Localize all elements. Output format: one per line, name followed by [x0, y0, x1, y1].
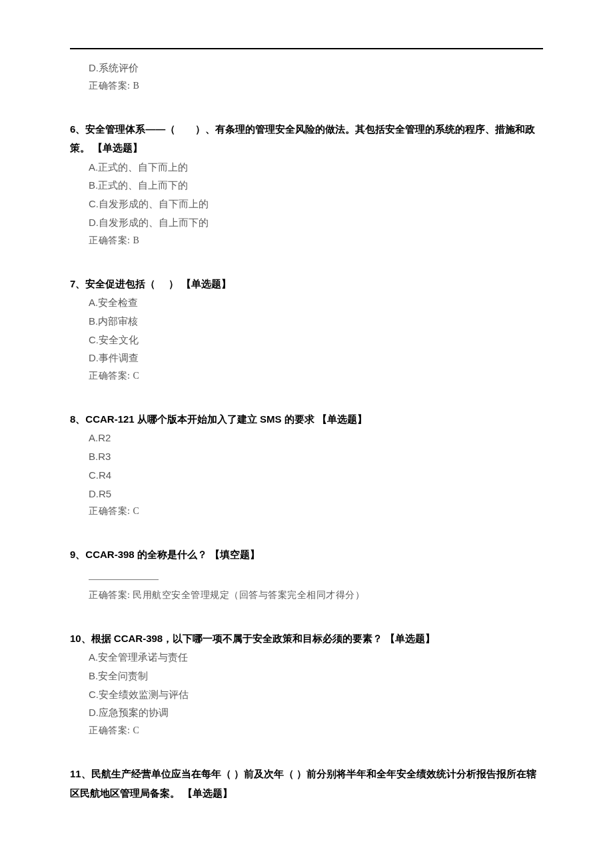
answer-text: 正确答案: B	[70, 232, 543, 249]
question-stem: 6、安全管理体系——（ ）、有条理的管理安全风险的做法。其包括安全管理的系统的程…	[70, 120, 543, 158]
answer-label: 正确答案:	[89, 506, 130, 516]
answer-label: 正确答案:	[89, 235, 130, 245]
option-text: B.正式的、自上而下的	[70, 176, 543, 195]
answer-label: 正确答案:	[89, 81, 130, 91]
question-5-partial: D.系统评价 正确答案: B	[70, 59, 543, 95]
option-text: B.内部审核	[70, 312, 543, 331]
answer-text: 正确答案: C	[70, 503, 543, 520]
question-stem: 10、根据 CCAR-398，以下哪一项不属于安全政策和目标必须的要素？ 【单选…	[70, 629, 543, 649]
option-text: A.安全检查	[70, 293, 543, 312]
option-text: D.R5	[70, 485, 543, 503]
option-text: C.R4	[70, 466, 543, 485]
question-8: 8、CCAR-121 从哪个版本开始加入了建立 SMS 的要求 【单选题】 A.…	[70, 410, 543, 520]
fill-blank-underline	[89, 570, 159, 580]
question-stem: 7、安全促进包括（ ） 【单选题】	[70, 275, 543, 294]
question-stem: 8、CCAR-121 从哪个版本开始加入了建立 SMS 的要求 【单选题】	[70, 410, 543, 429]
answer-value: C	[133, 371, 139, 381]
page-content: D.系统评价 正确答案: B 6、安全管理体系——（ ）、有条理的管理安全风险的…	[0, 0, 613, 829]
question-stem: 11、民航生产经营单位应当在每年（ ）前及次年（ ）前分别将半年和全年安全绩效统…	[70, 765, 543, 803]
answer-value: 民用航空安全管理规定（回答与答案完全相同才得分）	[133, 590, 364, 600]
option-text: A.R2	[70, 429, 543, 447]
question-11: 11、民航生产经营单位应当在每年（ ）前及次年（ ）前分别将半年和全年安全绩效统…	[70, 765, 543, 803]
option-text: B.R3	[70, 447, 543, 466]
answer-value: C	[133, 506, 139, 516]
option-text: D.系统评价	[70, 59, 543, 77]
option-text: D.应急预案的协调	[70, 703, 543, 722]
option-text: A.正式的、自下而上的	[70, 158, 543, 177]
option-text: C.自发形成的、自下而上的	[70, 195, 543, 213]
answer-label: 正确答案:	[89, 725, 130, 735]
answer-text: 正确答案: B	[70, 77, 543, 95]
answer-label: 正确答案:	[89, 590, 130, 600]
option-text: D.自发形成的、自上而下的	[70, 213, 543, 232]
question-6: 6、安全管理体系——（ ）、有条理的管理安全风险的做法。其包括安全管理的系统的程…	[70, 120, 543, 249]
option-text: C.安全绩效监测与评估	[70, 685, 543, 704]
question-7: 7、安全促进包括（ ） 【单选题】 A.安全检查 B.内部审核 C.安全文化 D…	[70, 275, 543, 385]
question-9: 9、CCAR-398 的全称是什么？ 【填空题】 正确答案: 民用航空安全管理规…	[70, 545, 543, 603]
option-text: C.安全文化	[70, 331, 543, 349]
question-10: 10、根据 CCAR-398，以下哪一项不属于安全政策和目标必须的要素？ 【单选…	[70, 629, 543, 739]
option-text: D.事件调查	[70, 349, 543, 367]
answer-value: B	[133, 81, 139, 91]
header-rule	[70, 48, 543, 49]
answer-text: 正确答案: C	[70, 722, 543, 739]
answer-value: C	[133, 725, 139, 735]
answer-text: 正确答案: C	[70, 367, 543, 385]
answer-label: 正确答案:	[89, 371, 130, 381]
option-text: B.安全问责制	[70, 667, 543, 685]
question-stem: 9、CCAR-398 的全称是什么？ 【填空题】	[70, 545, 543, 565]
option-text: A.安全管理承诺与责任	[70, 648, 543, 667]
answer-text: 正确答案: 民用航空安全管理规定（回答与答案完全相同才得分）	[70, 587, 543, 604]
answer-value: B	[133, 235, 139, 245]
